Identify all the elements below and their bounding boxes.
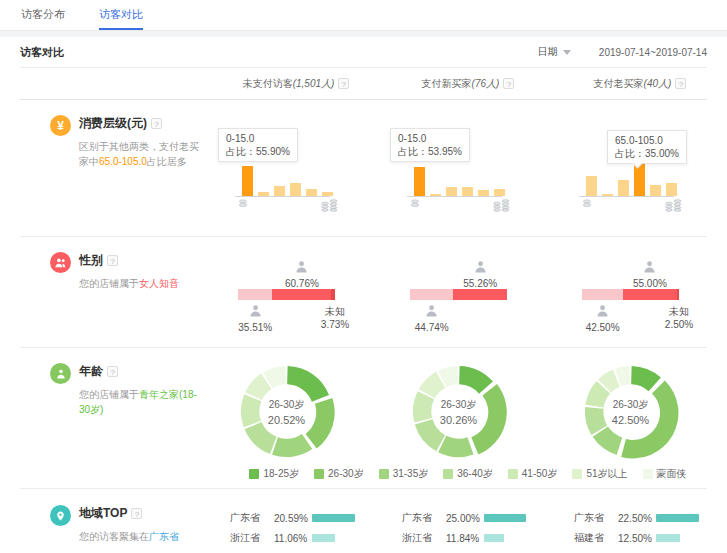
- consumption-bar[interactable]: [478, 190, 489, 196]
- help-icon[interactable]: [675, 78, 686, 89]
- age-segment[interactable]: [471, 384, 506, 454]
- help-icon[interactable]: [131, 508, 142, 519]
- male-segment[interactable]: [582, 289, 623, 300]
- age-donut[interactable]: 26-30岁42.50%: [582, 363, 679, 460]
- region-name: 浙江省: [230, 531, 274, 545]
- date-filter-dropdown[interactable]: 日期: [538, 45, 571, 59]
- age-chart-unpaid: 26-30岁20.52%: [210, 348, 382, 461]
- age-segment[interactable]: [272, 434, 312, 457]
- desc-text: 您的店铺属于: [79, 389, 139, 400]
- consumption-bar[interactable]: [322, 192, 333, 196]
- legend-label: 蒙面侠: [657, 467, 687, 481]
- consumption-bar[interactable]: [634, 163, 645, 196]
- age-segment[interactable]: [287, 366, 329, 402]
- female-segment[interactable]: [272, 289, 331, 300]
- male-segment[interactable]: [410, 289, 453, 300]
- age-segment[interactable]: [306, 398, 335, 449]
- age-segment[interactable]: [621, 380, 678, 458]
- legend-item[interactable]: 51岁以上: [572, 467, 627, 481]
- consumption-desc: 区别于其他两类，支付老买家中65.0-105.0占比居多: [79, 139, 207, 169]
- region-bar[interactable]: [484, 534, 504, 542]
- legend-label: 51岁以上: [586, 467, 627, 481]
- consumption-bar[interactable]: [242, 166, 253, 196]
- region-bar[interactable]: [312, 514, 355, 522]
- consumption-bar[interactable]: [602, 194, 613, 196]
- age-segment[interactable]: [245, 422, 277, 454]
- column-header-unpaid: 未支付访客(1,501人): [210, 77, 382, 91]
- tab-visitor-distribution[interactable]: 访客分布: [21, 0, 65, 30]
- gender-section: 性别 您的店铺属于女人知音 60.76% 35.51% 未知3.73% 55.2…: [20, 237, 707, 348]
- region-bar[interactable]: [484, 514, 526, 522]
- consumption-bar[interactable]: [650, 185, 661, 196]
- consumption-bar[interactable]: [274, 186, 285, 196]
- age-donut[interactable]: 26-30岁30.26%: [410, 363, 507, 460]
- consumption-bar[interactable]: [494, 189, 505, 196]
- unknown-label: 未知: [321, 305, 349, 318]
- region-chart-new-buyers: 广东省25.00%浙江省11.84%: [382, 489, 554, 553]
- gender-bar[interactable]: [410, 289, 507, 300]
- coins-small-icon: [238, 199, 248, 210]
- female-segment[interactable]: [623, 289, 676, 300]
- consumption-bar[interactable]: [586, 176, 597, 196]
- x-axis: [235, 196, 330, 197]
- help-icon[interactable]: [503, 78, 514, 89]
- female-stat: 55.00%: [633, 261, 667, 290]
- age-segment[interactable]: [438, 436, 473, 457]
- help-icon[interactable]: [338, 78, 349, 89]
- female-segment[interactable]: [453, 289, 507, 300]
- age-segment[interactable]: [415, 419, 445, 451]
- help-icon[interactable]: [151, 118, 162, 129]
- legend-swatch: [314, 469, 324, 479]
- tooltip-label: 65.0-105.0: [615, 134, 679, 147]
- region-bar[interactable]: [656, 514, 699, 522]
- age-donut[interactable]: 26-30岁20.52%: [238, 363, 335, 460]
- consumption-bar[interactable]: [446, 187, 457, 196]
- help-icon[interactable]: [107, 366, 118, 377]
- legend-label: 31-35岁: [393, 467, 429, 481]
- consumption-bar[interactable]: [462, 187, 473, 196]
- consumption-bar[interactable]: [430, 194, 441, 196]
- age-segment[interactable]: [631, 366, 661, 391]
- region-row: 广东省22.50%: [574, 511, 726, 523]
- page-title: 访客对比: [20, 45, 64, 60]
- male-stat: 44.74%: [415, 305, 449, 334]
- region-bar[interactable]: [656, 534, 680, 542]
- tab-visitor-compare[interactable]: 访客对比: [99, 0, 143, 30]
- age-segment[interactable]: [241, 394, 261, 427]
- gender-bar[interactable]: [238, 289, 335, 300]
- unknown-segment[interactable]: [677, 289, 679, 300]
- yen-icon: [50, 115, 71, 136]
- unknown-segment[interactable]: [331, 289, 335, 300]
- age-segment[interactable]: [459, 366, 493, 394]
- consumption-bar[interactable]: [618, 180, 629, 196]
- region-desc: 您的访客聚集在广东省: [79, 529, 207, 544]
- consumption-bar[interactable]: [258, 192, 269, 196]
- help-icon[interactable]: [107, 255, 118, 266]
- tooltip-value: 占比：53.95%: [398, 145, 462, 158]
- legend-item[interactable]: 蒙面侠: [643, 467, 687, 481]
- unknown-label: 未知: [665, 305, 693, 318]
- consumption-bar[interactable]: [666, 183, 677, 196]
- consumption-bar[interactable]: [290, 183, 301, 196]
- tooltip-value: 占比：55.90%: [226, 145, 290, 158]
- region-chart-unpaid: 广东省20.59%浙江省11.06%: [210, 489, 382, 553]
- legend-item[interactable]: 26-30岁: [314, 467, 364, 481]
- column-count: (76人): [472, 78, 500, 89]
- date-range: 2019-07-14~2019-07-14: [599, 47, 707, 58]
- male-segment[interactable]: [238, 289, 272, 300]
- desc-text: 您的访客聚集在: [79, 531, 149, 542]
- region-pct: 20.59%: [274, 513, 312, 524]
- legend-item[interactable]: 41-50岁: [508, 467, 558, 481]
- region-bar[interactable]: [312, 534, 335, 542]
- legend-swatch: [572, 469, 582, 479]
- coins-large-icon: [320, 199, 339, 214]
- legend-item[interactable]: 31-35岁: [379, 467, 429, 481]
- legend-item[interactable]: 36-40岁: [443, 467, 493, 481]
- consumption-bar[interactable]: [306, 189, 317, 196]
- consumption-chart-new-buyers: 0-15.0 占比：53.95%: [382, 100, 554, 236]
- legend-item[interactable]: 18-25岁: [249, 467, 299, 481]
- region-section: 地域TOP 您的访客聚集在广东省 广东省20.59%浙江省11.06% 广东省2…: [20, 489, 707, 553]
- consumption-bar[interactable]: [414, 167, 425, 196]
- person-icon: [50, 363, 71, 384]
- gender-bar[interactable]: [582, 289, 679, 300]
